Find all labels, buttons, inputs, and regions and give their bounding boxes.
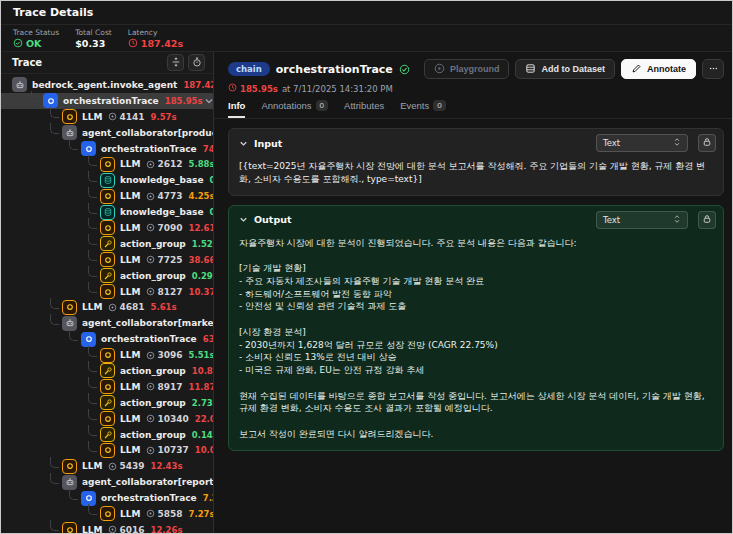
span-label: orchestrationTrace (101, 144, 197, 154)
span-duration: 22.01s (195, 414, 213, 424)
output-lock-button[interactable] (698, 211, 716, 229)
token-count: 8917 (146, 382, 182, 392)
tree-title: Trace (12, 57, 42, 68)
tab-annotations[interactable]: Annotations 0 (261, 100, 328, 118)
tab-attributes[interactable]: Attributes (344, 100, 384, 118)
trace-tree-row[interactable]: knowledge_base 0.32s (1, 172, 213, 188)
trace-tree-row[interactable]: LLM 7725 38.66s (1, 252, 213, 268)
trace-stats-bar: Trace Status OK Total Cost $0.33 Latency… (1, 25, 732, 52)
tree-connector (50, 107, 59, 118)
tab-events[interactable]: Events 0 (400, 100, 446, 118)
token-count: 6016 (108, 525, 144, 533)
tokens-icon (146, 287, 155, 296)
tree-connector (88, 234, 97, 245)
token-count: 5858 (146, 509, 182, 519)
tree-connector (88, 203, 97, 214)
trace-tree-row[interactable]: LLM 4773 4.25s (1, 188, 213, 204)
llm-icon (100, 506, 115, 521)
span-label: orchestrationTrace (63, 96, 159, 106)
trace-tree-row[interactable]: LLM 7090 12.61s (1, 220, 213, 236)
tree-connector (88, 171, 97, 182)
stat-label: Trace Status (13, 28, 59, 37)
chevron-down-icon[interactable] (203, 95, 213, 107)
tree-connector (50, 298, 59, 309)
span-detail-panel: chain orchestrationTrace Playground Add … (214, 52, 732, 533)
chevron-down-icon[interactable] (238, 214, 249, 225)
tree-connector (88, 250, 97, 261)
trace-tree-row[interactable]: LLM 5439 12.43s (1, 458, 213, 474)
trace-tree-row[interactable]: LLM 4141 9.57s (1, 109, 213, 125)
trace-tree-row[interactable]: action_group 0.14s (1, 427, 213, 443)
tree-connector (50, 473, 59, 484)
playground-button[interactable]: Playground (424, 59, 510, 79)
span-label: action_group (120, 239, 186, 249)
annotate-button[interactable]: Annotate (621, 59, 696, 79)
token-count: 8127 (146, 287, 182, 297)
span-timestamp: at 7/11/2025 14:31:20 PM (282, 84, 393, 94)
trace-tree-row[interactable]: action_group 0.29s (1, 268, 213, 284)
trace-tree-panel: Trace bedrock_agent.invoke_agent 187.42s… (1, 52, 214, 533)
trace-tree-row[interactable]: knowledge_base 0.33s (1, 204, 213, 220)
tree-connector (88, 361, 97, 372)
tab-info[interactable]: Info (228, 100, 245, 118)
add-to-dataset-button[interactable]: Add to Dataset (515, 59, 615, 79)
tree-connector (31, 91, 40, 102)
span-duration: 5.88s (189, 159, 214, 169)
show-timings-button[interactable] (188, 54, 205, 71)
trace-tree-row[interactable]: LLM 5858 7.27s (1, 506, 213, 522)
span-duration: 12.61s (189, 223, 214, 233)
stat-label: Total Cost (75, 28, 112, 37)
trace-tree-row[interactable]: agent_collaborator[product-insight-agent… (1, 125, 213, 141)
more-actions-button[interactable] (702, 59, 724, 79)
trace-tree-row[interactable]: LLM 10340 22.01s (1, 411, 213, 427)
input-title: Input (254, 138, 282, 149)
trace-tree-row[interactable]: LLM 6016 12.26s (1, 522, 213, 533)
output-format-select[interactable]: Text (596, 211, 688, 229)
expand-collapse-all-button[interactable] (167, 54, 184, 71)
chevron-down-icon[interactable] (238, 138, 249, 149)
llm-icon (100, 379, 115, 394)
span-label: LLM (120, 382, 140, 392)
trace-tree-row[interactable]: LLM 3096 5.51s (1, 347, 213, 363)
trace-tree-row[interactable]: LLM 8917 11.87s (1, 379, 213, 395)
span-label: orchestrationTrace (101, 334, 197, 344)
span-duration: 5.61s (151, 302, 177, 312)
trace-tree-row[interactable]: action_group 10.87s (1, 363, 213, 379)
detail-header: chain orchestrationTrace Playground Add … (214, 52, 732, 94)
trace-tree-row[interactable]: orchestrationTrace 185.95s (1, 93, 213, 109)
trace-tree-row[interactable]: LLM 4681 5.61s (1, 299, 213, 315)
trace-tree-row[interactable]: action_group 1.52s (1, 236, 213, 252)
input-format-select[interactable]: Text (596, 134, 688, 152)
tokens-icon (146, 160, 155, 169)
trace-tree-row[interactable]: LLM 8127 10.37s (1, 284, 213, 300)
span-label: agent_collaborator[market-analyst-agent] (82, 318, 213, 328)
pencil-icon (631, 63, 642, 76)
trace-tree-row[interactable]: LLM 2612 5.88s (1, 156, 213, 172)
stat-value: 187.42s (128, 38, 183, 49)
trace-tree-row[interactable]: orchestrationTrace 74.24s (1, 141, 213, 157)
span-duration: 7.27s (189, 509, 214, 519)
trace-tree-row[interactable]: orchestrationTrace 63.16s (1, 331, 213, 347)
trace-tree-row[interactable]: agent_collaborator[reporter-agent] 7.72s (1, 474, 213, 490)
trace-tree-row[interactable]: LLM 10737 10.01s (1, 442, 213, 458)
trace-tree-row[interactable]: agent_collaborator[market-analyst-agent]… (1, 315, 213, 331)
span-duration: 0.32s (210, 175, 213, 185)
tokens-icon (146, 509, 155, 518)
input-lock-button[interactable] (698, 134, 716, 152)
output-content: 자율주행차 시장에 대한 분석이 진행되었습니다. 주요 분석 내용은 다음과 … (229, 233, 723, 450)
span-label: knowledge_base (120, 207, 204, 217)
action-group-icon (100, 363, 115, 378)
span-duration: 10.87s (192, 366, 213, 376)
token-count: 2612 (146, 159, 182, 169)
span-duration: 185.95s (165, 96, 203, 106)
span-duration: 10.01s (195, 445, 213, 455)
span-label: action_group (120, 430, 186, 440)
span-label: LLM (82, 525, 102, 533)
token-count: 4773 (146, 191, 182, 201)
trace-tree-row[interactable]: orchestrationTrace 7.27s (1, 490, 213, 506)
trace-tree-row[interactable]: action_group 2.73s (1, 395, 213, 411)
token-count: 10340 (146, 414, 188, 424)
span-latency: 185.95s (228, 83, 278, 94)
tokens-icon (108, 112, 117, 121)
span-label: LLM (120, 414, 140, 424)
